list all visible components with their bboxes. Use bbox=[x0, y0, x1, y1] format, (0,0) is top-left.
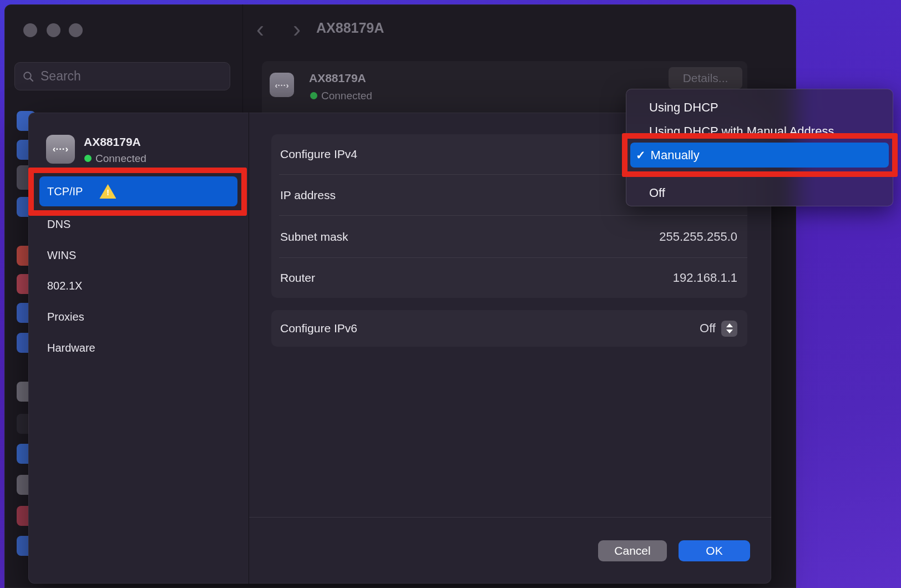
ethernet-adapter-icon: ‹···› bbox=[270, 73, 294, 97]
back-icon[interactable]: ‹ bbox=[256, 17, 264, 42]
device-status: Connected bbox=[321, 90, 372, 102]
menu-item-using-dhcp[interactable]: Using DHCP bbox=[649, 100, 718, 115]
sidebar-item-hardware[interactable]: Hardware bbox=[39, 336, 237, 359]
device-name: AX88179A bbox=[309, 72, 366, 85]
configure-ipv4-dropdown-menu: Using DHCP Using DHCP with Manual Addres… bbox=[626, 89, 893, 206]
cancel-button[interactable]: Cancel bbox=[598, 540, 667, 561]
chevron-up-icon bbox=[726, 323, 733, 327]
sidebar-item-proxies[interactable]: Proxies bbox=[39, 305, 237, 328]
ipv6-select-stepper[interactable] bbox=[721, 321, 737, 337]
subnet-mask-row[interactable]: Subnet mask 255.255.255.0 bbox=[271, 216, 747, 257]
minimize-window-button[interactable] bbox=[47, 23, 60, 37]
menu-item-off[interactable]: Off bbox=[649, 186, 665, 200]
search-icon bbox=[23, 71, 34, 82]
chevron-down-icon bbox=[726, 330, 733, 333]
sidebar-item-8021x[interactable]: 802.1X bbox=[39, 274, 237, 297]
sidebar-item-tcpip[interactable]: TCP/IP ! bbox=[39, 176, 237, 206]
page-title: AX88179A bbox=[316, 20, 384, 36]
sidebar-item-label: TCP/IP bbox=[47, 185, 83, 198]
sidebar-item-dns[interactable]: DNS bbox=[39, 212, 237, 236]
menu-item-manually[interactable]: ✓ Manually bbox=[630, 143, 889, 168]
router-value: 192.168.1.1 bbox=[673, 271, 737, 285]
sheet-sidebar-divider bbox=[249, 113, 249, 584]
ethernet-adapter-icon: ‹···› bbox=[46, 135, 75, 164]
close-window-button[interactable] bbox=[23, 23, 37, 37]
ipv6-selected-value: Off bbox=[700, 321, 716, 336]
subnet-mask-value: 255.255.255.0 bbox=[659, 230, 737, 244]
search-input[interactable]: Search bbox=[14, 62, 230, 90]
connected-status-dot bbox=[84, 155, 92, 162]
sheet-device-status: Connected bbox=[95, 153, 146, 165]
search-placeholder: Search bbox=[41, 69, 81, 84]
checkmark-icon: ✓ bbox=[636, 149, 646, 162]
router-row[interactable]: Router 192.168.1.1 bbox=[271, 258, 747, 298]
connected-status-dot bbox=[310, 92, 317, 99]
details-button[interactable]: Details... bbox=[669, 67, 742, 89]
ok-button[interactable]: OK bbox=[679, 540, 750, 561]
sidebar-item-wins[interactable]: WINS bbox=[39, 244, 237, 267]
configure-ipv6-row: Configure IPv6 Off bbox=[271, 310, 747, 347]
ipv6-settings-group: Configure IPv6 Off bbox=[271, 310, 747, 347]
warning-icon: ! bbox=[99, 184, 116, 199]
sheet-device-name: AX88179A bbox=[84, 135, 141, 149]
zoom-window-button[interactable] bbox=[69, 23, 83, 37]
menu-item-using-dhcp-manual[interactable]: Using DHCP with Manual Address bbox=[649, 124, 834, 139]
desktop: Search ‹ › AX88179A ‹···› AX88179A Conne… bbox=[0, 0, 901, 588]
footer-divider bbox=[249, 517, 771, 518]
forward-icon[interactable]: › bbox=[293, 17, 301, 42]
